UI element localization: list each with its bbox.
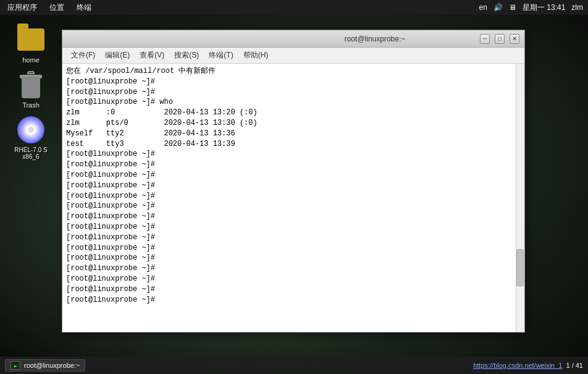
minimize-button[interactable]: ─ xyxy=(480,34,490,44)
terminal-line-2: [root@linuxprobe ~]# xyxy=(66,87,512,98)
topbar: 应用程序 位置 终端 en 🔊 🖥 星期一 13:41 zlm xyxy=(0,0,588,15)
terminal-line-5: zlm pts/0 2020-04-13 13:30 (:0) xyxy=(66,118,512,129)
bottombar-url[interactable]: https://blog.csdn.net/weixin_1 xyxy=(473,362,562,369)
terminal-line-14: [root@linuxprobe ~]# xyxy=(66,211,512,222)
dvd-icon-item[interactable]: RHEL-7.0 S x86_6 xyxy=(9,115,52,160)
taskbar-terminal-item[interactable]: root@linuxprobe:~ xyxy=(5,359,85,372)
dvd-icon xyxy=(16,115,46,145)
terminal-menubar: 文件(F) 编辑(E) 查看(V) 搜索(S) 终端(T) 帮助(H) xyxy=(62,48,524,64)
location-menu[interactable]: 位置 xyxy=(47,1,67,14)
terminal-title: root@linuxprobe:~ xyxy=(272,35,477,43)
terminal-line-11: [root@linuxprobe ~]# xyxy=(66,181,512,191)
display-icon[interactable]: 🖥 xyxy=(509,3,516,12)
terminal-line-12: [root@linuxprobe ~]# xyxy=(66,191,512,202)
terminal-line-4: zlm :0 2020-04-13 13:20 (:0) xyxy=(66,108,512,118)
terminal-content[interactable]: 您在 /var/spool/mail/root 中有新邮件[root@linux… xyxy=(62,64,516,332)
terminal-line-3: [root@linuxprobe ~]# who xyxy=(66,97,512,108)
terminal-line-17: [root@linuxprobe ~]# xyxy=(66,243,512,253)
terminal-line-15: [root@linuxprobe ~]# xyxy=(66,222,512,232)
terminal-line-13: [root@linuxprobe ~]# xyxy=(66,201,512,211)
app-menu[interactable]: 应用程序 xyxy=(5,1,40,14)
desktop-icons: home Trash RHEL-7.0 S x86_6 xyxy=(9,25,52,160)
close-button[interactable]: ✕ xyxy=(510,34,519,44)
volume-icon[interactable]: 🔊 xyxy=(494,3,503,12)
menu-terminal[interactable]: 终端(T) xyxy=(205,49,237,62)
datetime: 星期一 13:41 xyxy=(523,2,565,13)
desktop: 应用程序 位置 终端 en 🔊 🖥 星期一 13:41 zlm home xyxy=(0,0,588,374)
lang-indicator: en xyxy=(479,3,487,12)
topbar-right: en 🔊 🖥 星期一 13:41 zlm xyxy=(479,2,583,13)
menu-edit[interactable]: 编辑(E) xyxy=(101,49,133,62)
terminal-line-18: [root@linuxprobe ~]# xyxy=(66,253,512,263)
terminal-titlebar: root@linuxprobe:~ ─ □ ✕ xyxy=(62,30,524,48)
taskbar-terminal-label: root@linuxprobe:~ xyxy=(24,362,80,369)
terminal-menu-topbar[interactable]: 终端 xyxy=(74,1,94,14)
menu-view[interactable]: 查看(V) xyxy=(136,49,168,62)
menu-file[interactable]: 文件(F) xyxy=(67,49,99,62)
trash-icon-label: Trash xyxy=(22,101,40,109)
user-label: zlm xyxy=(571,3,583,12)
terminal-body[interactable]: 您在 /var/spool/mail/root 中有新邮件[root@linux… xyxy=(62,64,524,332)
trash-icon-item[interactable]: Trash xyxy=(9,70,52,109)
terminal-line-21: [root@linuxprobe ~]# xyxy=(66,284,512,295)
home-icon-item[interactable]: home xyxy=(9,25,52,64)
bottombar: root@linuxprobe:~ https://blog.csdn.net/… xyxy=(0,357,588,374)
terminal-line-10: [root@linuxprobe ~]# xyxy=(66,170,512,181)
topbar-left: 应用程序 位置 终端 xyxy=(5,1,94,14)
terminal-window: root@linuxprobe:~ ─ □ ✕ 文件(F) 编辑(E) 查看(V… xyxy=(62,30,525,333)
home-icon-label: home xyxy=(22,56,40,64)
terminal-line-19: [root@linuxprobe ~]# xyxy=(66,263,512,274)
bottombar-page: 1 / 41 xyxy=(566,362,583,369)
terminal-scrollbar[interactable] xyxy=(516,64,524,332)
home-folder-icon xyxy=(16,25,46,54)
menu-search[interactable]: 搜索(S) xyxy=(170,49,203,62)
terminal-line-0: 您在 /var/spool/mail/root 中有新邮件 xyxy=(66,66,512,77)
terminal-taskbar-icon xyxy=(10,361,20,370)
terminal-line-8: [root@linuxprobe ~]# xyxy=(66,149,512,159)
terminal-line-1: [root@linuxprobe ~]# xyxy=(66,77,512,87)
terminal-line-20: [root@linuxprobe ~]# xyxy=(66,274,512,284)
menu-help[interactable]: 帮助(H) xyxy=(240,49,272,62)
dvd-icon-label: RHEL-7.0 S x86_6 xyxy=(14,147,47,160)
scrollbar-thumb[interactable] xyxy=(516,249,524,286)
terminal-line-7: test tty3 2020-04-13 13:39 xyxy=(66,139,512,150)
terminal-line-22: [root@linuxprobe ~]# xyxy=(66,295,512,305)
terminal-line-16: [root@linuxprobe ~]# xyxy=(66,232,512,243)
terminal-line-6: Myself tty2 2020-04-13 13:36 xyxy=(66,129,512,139)
trash-icon xyxy=(16,70,46,100)
maximize-button[interactable]: □ xyxy=(495,34,505,44)
terminal-line-9: [root@linuxprobe ~]# xyxy=(66,159,512,170)
